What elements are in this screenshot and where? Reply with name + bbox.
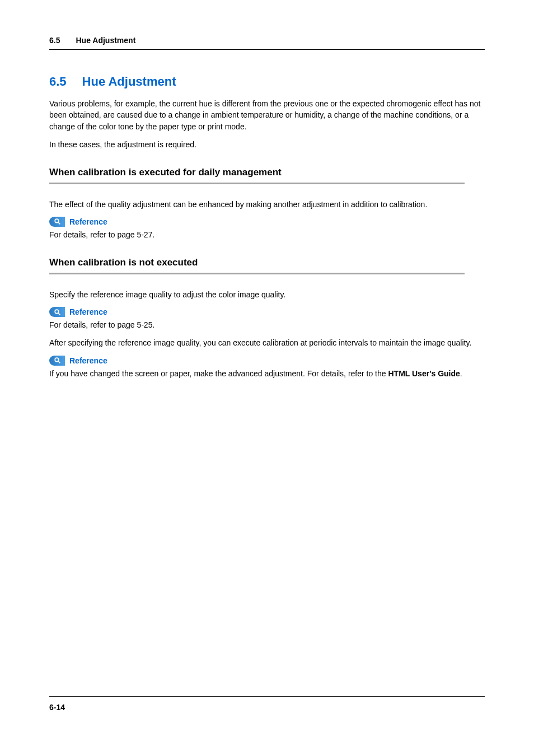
magnifier-icon [49,217,65,227]
section-number: 6.5 [49,74,67,89]
reference-label: Reference [69,356,107,365]
svg-point-2 [55,310,59,314]
page-footer: 6-14 [49,696,485,713]
svg-line-3 [58,313,60,315]
section-heading: Hue Adjustment [82,74,176,89]
section-title: 6.5 Hue Adjustment [49,74,485,89]
reference-text-suffix: . [460,369,462,378]
divider [49,273,465,274]
reference-block: Reference [49,307,485,317]
page-number: 6-14 [49,703,65,712]
intro-paragraph-2: In these cases, the adjustment is requir… [49,139,485,150]
intro-paragraph-1: Various problems, for example, the curre… [49,98,485,132]
reference-block: Reference [49,356,485,366]
svg-point-0 [55,220,59,223]
svg-point-4 [55,358,59,362]
reference-text: For details, refer to page 5-25. [49,319,485,330]
reference-text: For details, refer to page 5-27. [49,229,485,240]
subsection-1-title: When calibration is executed for daily m… [49,167,485,178]
subsection-2-paragraph-2: After specifying the reference image qua… [49,337,485,348]
reference-block: Reference [49,217,485,227]
subsection-2-title: When calibration is not executed [49,257,485,268]
magnifier-icon [49,356,65,366]
svg-line-5 [58,361,60,363]
reference-label: Reference [69,217,107,226]
header-section-title: Hue Adjustment [76,36,135,45]
reference-text-bold: HTML User's Guide [388,369,460,378]
reference-label: Reference [69,307,107,316]
reference-text-prefix: If you have changed the screen or paper,… [49,369,388,378]
divider [49,183,465,184]
page-header: 6.5 Hue Adjustment [49,36,485,50]
magnifier-icon [49,307,65,317]
subsection-1-paragraph: The effect of the quality adjustment can… [49,199,485,210]
subsection-2-paragraph-1: Specify the reference image quality to a… [49,289,485,300]
reference-text: If you have changed the screen or paper,… [49,368,485,379]
footer-divider [49,696,485,697]
svg-line-1 [58,223,60,225]
header-section-number: 6.5 [49,36,60,45]
